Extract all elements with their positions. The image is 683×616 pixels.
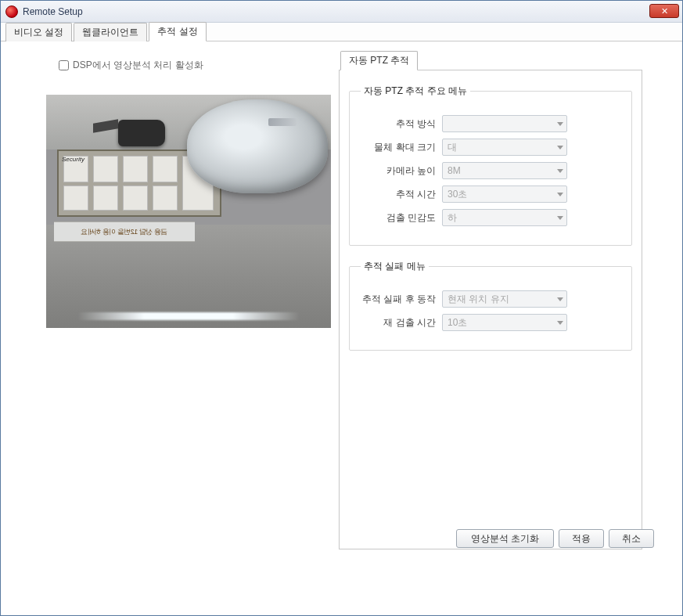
- select-value: 10초: [448, 316, 467, 330]
- row-redetect-time: 재 검출 시간 10초: [359, 314, 622, 331]
- chevron-down-icon: [557, 297, 563, 301]
- row-fail-action: 추적 실패 후 동작 현재 위치 유지: [359, 290, 622, 308]
- tab-label: 비디오 설정: [14, 27, 63, 38]
- group-main-legend: 자동 PTZ 추적 주요 메뉴: [361, 85, 470, 98]
- label-redetect-time: 재 검출 시간: [359, 316, 442, 330]
- dsp-enable-row[interactable]: DSP에서 영상분석 처리 활성화: [59, 59, 203, 72]
- video-banner-text: 금융 상담 12번을 이용 하세요: [54, 222, 195, 242]
- select-detection-sensitivity[interactable]: 하: [442, 209, 567, 226]
- inner-tab-label: 자동 PTZ 추적: [349, 55, 409, 66]
- label-fail-action: 추적 실패 후 동작: [359, 293, 442, 306]
- label-camera-height: 카메라 높이: [359, 164, 442, 178]
- tracking-panel: 자동 PTZ 추적 주요 메뉴 추적 방식 물체 확대 크기 대: [339, 70, 642, 549]
- chevron-down-icon: [557, 146, 563, 149]
- main-tabstrip: 비디오 설정 웹클라이언트 추적 설정: [1, 23, 682, 41]
- group-tracking-fail: 추적 실패 메뉴 추적 실패 후 동작 현재 위치 유지 재 검출 시간 10초: [349, 260, 632, 351]
- remote-setup-window: Remote Setup ✕ 비디오 설정 웹클라이언트 추적 설정 DSP에서…: [0, 0, 683, 616]
- chevron-down-icon: [557, 122, 563, 126]
- content-area: DSP에서 영상분석 처리 활성화 Security 금융 상담 12번을 이용…: [1, 41, 682, 615]
- group-main-tracking: 자동 PTZ 추적 주요 메뉴 추적 방식 물체 확대 크기 대: [349, 85, 632, 246]
- button-label: 취소: [622, 532, 641, 546]
- select-value: 30초: [448, 188, 467, 201]
- window-title: Remote Setup: [23, 6, 83, 17]
- apply-button[interactable]: 적용: [559, 529, 604, 548]
- chevron-down-icon: [557, 193, 563, 196]
- bottom-button-row: 영상분석 초기화 적용 취소: [456, 529, 654, 548]
- select-object-zoom-size[interactable]: 대: [442, 139, 567, 156]
- select-fail-action[interactable]: 현재 위치 유지: [442, 290, 567, 308]
- chevron-down-icon: [557, 169, 563, 173]
- label-detection-sensitivity: 검출 민감도: [359, 211, 442, 225]
- select-tracking-time[interactable]: 30초: [442, 186, 567, 203]
- select-camera-height[interactable]: 8M: [442, 162, 567, 179]
- row-tracking-method: 추적 방식: [359, 115, 622, 132]
- row-detection-sensitivity: 검출 민감도 하: [359, 209, 622, 226]
- label-object-zoom-size: 물체 확대 크기: [359, 141, 442, 154]
- chevron-down-icon: [557, 321, 563, 325]
- row-camera-height: 카메라 높이 8M: [359, 162, 622, 179]
- tab-label: 웹클라이언트: [82, 27, 138, 38]
- right-column: 자동 PTZ 추적 자동 PTZ 추적 주요 메뉴 추적 방식 물체 확대 크기: [339, 52, 642, 549]
- tab-web-client[interactable]: 웹클라이언트: [74, 23, 147, 41]
- tab-label: 추적 설정: [157, 26, 197, 37]
- chevron-down-icon: [557, 216, 563, 220]
- lg-logo-icon: [5, 5, 18, 18]
- select-tracking-method[interactable]: [442, 115, 567, 132]
- select-redetect-time[interactable]: 10초: [442, 314, 567, 331]
- close-icon: ✕: [661, 6, 668, 16]
- reset-analysis-button[interactable]: 영상분석 초기화: [456, 529, 554, 548]
- tab-video-settings[interactable]: 비디오 설정: [5, 23, 72, 41]
- select-value: 현재 위치 유지: [448, 293, 509, 306]
- button-label: 영상분석 초기화: [471, 532, 539, 546]
- close-button[interactable]: ✕: [649, 4, 679, 18]
- tab-auto-ptz-tracking[interactable]: 자동 PTZ 추적: [340, 51, 418, 70]
- dsp-enable-label: DSP에서 영상분석 처리 활성화: [73, 59, 203, 72]
- left-column: Security 금융 상담 12번을 이용 하세요: [46, 95, 331, 328]
- inner-tabstrip: 자동 PTZ 추적: [340, 52, 642, 70]
- video-security-label: Security: [62, 156, 84, 163]
- select-value: 대: [448, 141, 457, 154]
- button-label: 적용: [572, 532, 591, 546]
- select-value: 하: [448, 211, 457, 225]
- dsp-enable-checkbox[interactable]: [59, 60, 69, 70]
- group-fail-legend: 추적 실패 메뉴: [361, 260, 429, 273]
- label-tracking-time: 추적 시간: [359, 188, 442, 201]
- row-object-zoom-size: 물체 확대 크기 대: [359, 139, 622, 156]
- label-tracking-method: 추적 방식: [359, 117, 442, 131]
- video-preview: Security 금융 상담 12번을 이용 하세요: [46, 95, 331, 328]
- row-tracking-time: 추적 시간 30초: [359, 186, 622, 203]
- titlebar: Remote Setup ✕: [1, 1, 682, 23]
- cancel-button[interactable]: 취소: [609, 529, 654, 548]
- tab-tracking-settings[interactable]: 추적 설정: [149, 22, 206, 41]
- select-value: 8M: [448, 165, 461, 176]
